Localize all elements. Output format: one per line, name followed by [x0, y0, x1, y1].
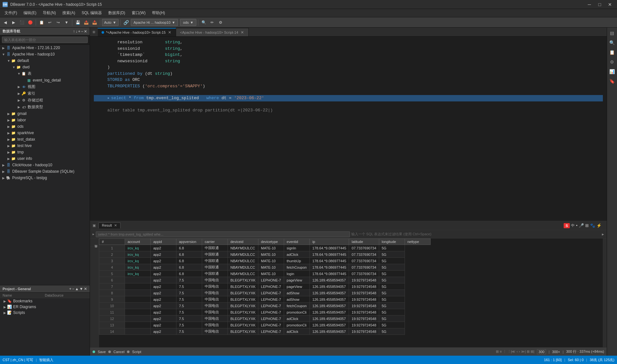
menu-file[interactable]: 文件(F) [1, 10, 20, 17]
code-editor[interactable]: resolution string, sessionid string, `ti… [90, 37, 607, 221]
result-filter-input[interactable] [96, 231, 350, 237]
col-latitude[interactable]: latitude [349, 239, 379, 245]
toolbar-btn-9[interactable]: 💾 [74, 19, 82, 26]
project-bookmarks[interactable]: ▶ 🔖 Bookmarks [0, 298, 90, 304]
toolbar-btn-1[interactable]: ◀ [1, 19, 9, 26]
tree-item-dwd[interactable]: ▼ 📁 dwd [0, 64, 90, 70]
status-selection: Sel: 60 | 0 [568, 358, 584, 362]
db-search-input[interactable] [2, 37, 88, 43]
col-nettype[interactable]: nettype [405, 239, 430, 245]
col-longitude[interactable]: longitude [379, 239, 405, 245]
tree-item-default[interactable]: ▼ 📁 default [0, 57, 90, 64]
script-btn[interactable]: Script [132, 350, 141, 354]
toolbar-btn-13[interactable]: ✏ [208, 19, 216, 26]
toolbar-btn-3[interactable]: ⬛ [18, 19, 26, 26]
tab-15-close[interactable]: ✕ [167, 30, 172, 35]
result-tab[interactable]: Result ✕ [98, 222, 121, 229]
toolbar-btn-7[interactable]: ↪ [54, 19, 62, 26]
minimize-button[interactable]: ─ [585, 1, 594, 8]
panel-ctrl-1[interactable]: ↑ [73, 29, 75, 34]
col-appversion[interactable]: appversion [176, 239, 202, 245]
tree-item-views[interactable]: ▶ 👁 视图 [0, 83, 90, 90]
tree-item-indexes[interactable]: ▶ 🔑 索引 [0, 90, 90, 97]
maximize-button[interactable]: □ [595, 1, 604, 8]
col-ip[interactable]: ip [310, 239, 349, 245]
toolbar-btn-4[interactable]: 🔴 [26, 19, 34, 26]
panel-ctrl-4[interactable]: − [81, 29, 83, 34]
sidebar-icon-5[interactable]: 📊 [608, 67, 616, 76]
tree-item-ods[interactable]: ▶ 📁 ods [0, 123, 90, 130]
tree-item-event-log[interactable]: ▦ event_log_detail [0, 77, 90, 83]
toolbar-btn-12[interactable]: 🔍 [200, 19, 208, 26]
proj-ctrl-2[interactable]: − [72, 287, 74, 291]
cancel-btn[interactable]: Cancel [113, 350, 124, 354]
toolbar-btn-10[interactable]: 📤 [82, 19, 90, 26]
toolbar-btn-8[interactable]: ▼ [63, 19, 70, 26]
menu-window[interactable]: 窗口(W) [129, 10, 149, 17]
result-tab-close[interactable]: ✕ [114, 223, 117, 227]
col-appid[interactable]: appid [151, 239, 176, 245]
auto-commit-dropdown[interactable]: Auto ▼ [102, 19, 119, 26]
menu-help[interactable]: 帮助(H) [149, 10, 168, 17]
tree-item-datatypes[interactable]: ▶ 🏷 数据类型 [0, 104, 90, 110]
result-table-scroll[interactable]: # account appid appversion carrier devic… [99, 238, 603, 347]
menu-database[interactable]: 数据库(D) [105, 10, 129, 17]
col-account[interactable]: account [125, 239, 151, 245]
result-table-wrap[interactable]: 结果集 # account appid appversion carrier d… [90, 238, 607, 347]
proj-ctrl-4[interactable]: ▼ [79, 287, 83, 291]
toolbar-btn-11[interactable]: 📥 [91, 19, 98, 26]
col-devicetype[interactable]: devicetype [258, 239, 284, 245]
schema-dropdown[interactable]: ods ▼ [180, 19, 196, 26]
tree-item-test-datax[interactable]: ▶ 📁 test_datax [0, 136, 90, 143]
proj-ctrl-3[interactable]: ▲ [75, 287, 79, 291]
tree-item-tables-folder[interactable]: ▼ 📋 表 [0, 70, 90, 77]
col-deviceid[interactable]: deviceid [228, 239, 258, 245]
col-carrier[interactable]: carrier [202, 239, 228, 245]
result-right-scroll[interactable] [603, 238, 607, 347]
tree-item-tmp[interactable]: ▶ 📁 tmp [0, 149, 90, 155]
tab-script-15[interactable]: *<Apache Hive - hadoop10> Script-15 ✕ [98, 28, 176, 36]
tab-14-close[interactable]: ✕ [240, 30, 245, 35]
panel-close[interactable]: ✕ [84, 29, 87, 34]
tree-item-labor[interactable]: ▶ 📁 labor [0, 117, 90, 123]
toolbar-btn-6[interactable]: ↩ [46, 19, 54, 26]
tree-item-postgresql[interactable]: ▶ 🐘 PostgreSQL - testpg [0, 175, 90, 181]
tree-item-sparkhive[interactable]: ▶ 📁 sparkhive [0, 130, 90, 136]
toolbar-btn-5[interactable]: 📋 [38, 19, 45, 26]
sidebar-icon-4[interactable]: ⚙ [608, 58, 616, 66]
proj-close[interactable]: ✕ [84, 287, 87, 291]
col-eventid[interactable]: eventid [284, 239, 310, 245]
menu-search[interactable]: 搜索(A) [59, 10, 78, 17]
project-scripts[interactable]: ▶ 📝 Scripts [0, 310, 90, 316]
sidebar-icon-3[interactable]: 📋 [608, 48, 616, 56]
menu-edit[interactable]: 编辑(E) [20, 10, 40, 17]
sidebar-icon-6[interactable]: 🔖 [608, 77, 616, 85]
tab-script-14[interactable]: <Apache Hive - hadoop10> Script-14 ✕ [176, 28, 249, 36]
sidebar-icon-2[interactable]: 🔍 [608, 39, 616, 47]
tree-item-test-hive[interactable]: ▶ 📁 test hive [0, 143, 90, 149]
tree-item-dbeaver-sample[interactable]: ▶ 🗄 DBeaver Sample Database (SQLite) [0, 168, 90, 175]
data-cell: 5G [379, 322, 405, 328]
sidebar-icon-1[interactable]: ▤ [608, 29, 616, 37]
menu-navigate[interactable]: 导航(N) [40, 10, 59, 17]
data-cell: 7.5 [176, 328, 202, 335]
panel-ctrl-3[interactable]: + [78, 29, 80, 34]
data-cell: app2 [151, 271, 176, 277]
save-btn[interactable]: Save [98, 350, 106, 354]
tree-item-gmail[interactable]: ▶ 📁 gmail [0, 110, 90, 117]
project-er-diagrams[interactable]: ▶ 📊 ER Diagrams [0, 304, 90, 310]
tree-item-procedures[interactable]: ▶ ⚙ 存储过程 [0, 97, 90, 104]
panel-ctrl-2[interactable]: ↓ [76, 29, 77, 34]
proj-ctrl-1[interactable]: + [69, 287, 71, 291]
close-button[interactable]: ✕ [605, 1, 614, 8]
toolbar-btn-2[interactable]: ▶ [10, 19, 17, 26]
row-limit[interactable]: 300 [537, 349, 546, 354]
menu-sql-editor[interactable]: SQL 编辑器 [78, 10, 105, 17]
tree-item-hive172[interactable]: ▶ 🗄 Apache Hive - 172.16.1.220 [0, 45, 90, 51]
tree-item-hive-hadoop10[interactable]: ▼ 🗄 Apache Hive - hadoop10 [0, 51, 90, 57]
tree-item-user-info[interactable]: ▶ 📁 user info [0, 155, 90, 162]
tree-item-clickhouse[interactable]: ▶ 🗄 ClickHouse - hadoop10 [0, 162, 90, 168]
connection-dropdown[interactable]: Apache Hi ... hadoop10 ▼ [131, 19, 178, 26]
status-dot-green [93, 351, 95, 353]
toolbar-btn-14[interactable]: ⚙ [217, 19, 224, 26]
